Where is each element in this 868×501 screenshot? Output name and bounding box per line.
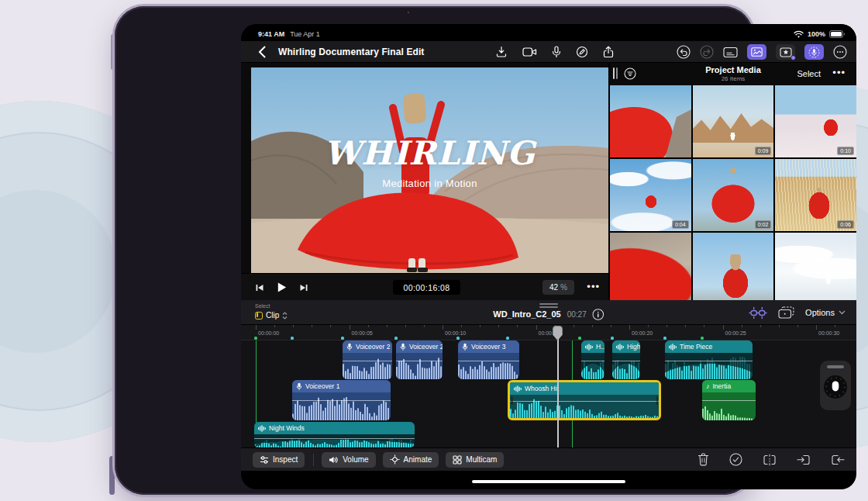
back-button[interactable] (258, 46, 266, 58)
clip-mode-label: Clip (266, 311, 279, 320)
timeline-clip[interactable]: H... (581, 340, 604, 379)
timeline-tracks: Voiceover 2Voiceover 2Voiceover 3H...Hig… (241, 340, 856, 447)
date: Tue Apr 1 (290, 30, 320, 38)
ruler-tick (648, 325, 649, 327)
jog-dial[interactable] (820, 361, 851, 410)
redo-icon[interactable] (700, 45, 714, 59)
share-icon[interactable] (603, 46, 614, 58)
zoom-level[interactable]: 42 % (542, 280, 574, 295)
undo-icon[interactable] (677, 45, 691, 59)
timeline-clip[interactable]: Whoosh Hit (508, 380, 661, 420)
viewer-video[interactable]: WHIRLING Meditation in Motion (251, 67, 608, 273)
animate-button[interactable]: Animate (383, 452, 439, 468)
media-duration: 0:10 (837, 147, 854, 155)
append-clip-icon[interactable] (831, 454, 845, 466)
ruler-tick (611, 325, 611, 327)
timecode-display[interactable]: 00:00:16:08 (393, 280, 460, 295)
multicam-button[interactable]: Multicam (446, 452, 504, 468)
camera-icon[interactable] (522, 47, 537, 57)
media-panel-header: Project Media 26 Items Select ••• (610, 63, 856, 85)
import-icon[interactable] (495, 46, 508, 58)
connect-clips-icon[interactable] (749, 306, 767, 320)
ruler-label: 00:00:00 (258, 330, 279, 336)
viewer-more-button[interactable]: ••• (587, 281, 600, 292)
delete-icon[interactable] (698, 453, 709, 466)
media-duration: 0:09 (755, 147, 772, 155)
screen: 9:41 AM Tue Apr 1 100% W (241, 24, 856, 489)
dial-wheel-icon (822, 373, 849, 401)
next-frame-button[interactable] (299, 283, 308, 292)
timeline-clip[interactable]: High... (612, 340, 640, 379)
ruler-tick (629, 325, 630, 330)
ruler-tick (498, 325, 499, 327)
ruler-label: 00:00:10 (445, 330, 466, 336)
ruler-tick (256, 325, 257, 330)
media-item[interactable]: 0:02 (693, 159, 774, 231)
ruler-tick (405, 325, 406, 327)
clip-start-marker (578, 337, 581, 340)
split-clip-icon[interactable] (763, 454, 777, 466)
status-bar: 9:41 AM Tue Apr 1 100% (241, 24, 856, 41)
media-more-button[interactable]: ••• (832, 67, 846, 78)
select-caption: Select (255, 303, 270, 309)
ruler-tick (666, 325, 667, 327)
media-item[interactable] (610, 233, 691, 300)
mic-icon[interactable] (552, 46, 561, 58)
timeline-clip[interactable]: Voiceover 3 (458, 340, 519, 379)
clip-label: Voiceover 3 (471, 343, 505, 351)
timeline-ruler[interactable]: 00:00:0000:00:0500:00:1000:00:1500:00:20… (241, 325, 856, 340)
ruler-tick (443, 325, 443, 330)
timeline-clip[interactable]: Voiceover 1 (292, 380, 391, 420)
insert-clip-icon[interactable] (797, 454, 811, 466)
clip-start-marker (456, 337, 460, 340)
clip-label: Voiceover 2 (409, 343, 443, 351)
ruler-tick (704, 325, 704, 327)
inspect-button[interactable]: Inspect (253, 452, 305, 468)
titles-icon[interactable] (723, 47, 738, 58)
clip-start-marker (341, 337, 344, 340)
timeline-clip[interactable]: Time Piece (665, 340, 753, 379)
media-item[interactable] (693, 233, 774, 300)
more-options-icon[interactable] (833, 45, 847, 59)
ruler-tick (685, 325, 686, 327)
timeline-clip[interactable]: Voiceover 2 (396, 340, 443, 379)
ruler-tick (368, 325, 369, 327)
effects-browser-button[interactable] (776, 44, 795, 60)
ruler-tick (293, 325, 294, 327)
options-button[interactable]: Options (805, 308, 846, 317)
ruler-tick (816, 325, 817, 330)
toolbar-divider (313, 454, 314, 466)
dial-grab-handle[interactable] (827, 365, 844, 368)
clip-mode-selector[interactable]: Clip (255, 311, 288, 320)
media-select-button[interactable]: Select (797, 69, 821, 78)
media-item[interactable]: 0:06 (775, 159, 856, 231)
media-item[interactable]: 0:10 (775, 85, 856, 157)
animate-label: Animate (404, 455, 432, 464)
timeline-clip[interactable]: ♪Inertia (702, 380, 756, 420)
clip-label: Voiceover 1 (305, 382, 339, 390)
pencil-tools-icon[interactable] (576, 46, 588, 58)
play-button[interactable] (276, 282, 288, 293)
project-title: Whirling Documentary Final Edit (278, 47, 424, 57)
media-item[interactable]: 0:09 (693, 85, 774, 157)
clip-start-marker (611, 337, 614, 340)
volume-button-tool[interactable]: Volume (322, 452, 375, 468)
media-item[interactable] (775, 233, 856, 300)
media-item[interactable]: 0:03 (610, 85, 691, 157)
animate-icon (390, 454, 400, 465)
timeline-clip[interactable]: Voiceover 2 (343, 340, 392, 379)
media-item[interactable]: 0:04 (610, 159, 691, 231)
volume-icon (329, 455, 339, 465)
info-icon[interactable] (593, 309, 604, 320)
home-indicator[interactable] (472, 480, 625, 483)
voiceover-button[interactable] (804, 44, 824, 60)
previous-frame-button[interactable] (255, 283, 264, 292)
clock: 9:41 AM (258, 30, 284, 38)
media-browser-button[interactable] (747, 44, 766, 60)
zoom-unit: % (560, 283, 567, 292)
approve-check-icon[interactable] (729, 453, 742, 466)
overlay-picture-icon[interactable] (778, 306, 794, 319)
timeline-clip[interactable]: Night Winds (254, 422, 415, 447)
ruler-label: 00:00:20 (632, 330, 653, 336)
front-camera (406, 10, 411, 15)
